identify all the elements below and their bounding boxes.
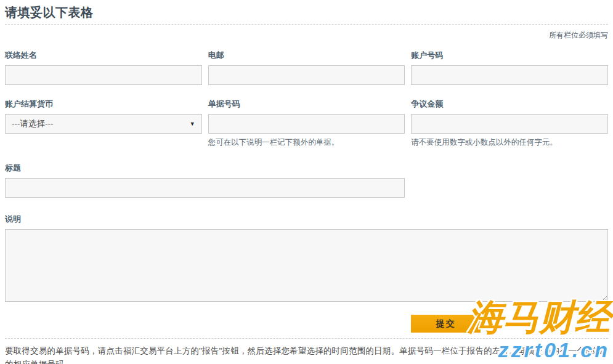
field-description: 说明 — [5, 214, 608, 304]
submit-row: 提交 — [5, 315, 608, 333]
required-note: 所有栏位必须填写 — [5, 30, 608, 41]
field-subject: 标题 — [5, 163, 405, 198]
ticket-number-label: 单据号码 — [208, 99, 405, 110]
field-email: 电邮 — [208, 50, 405, 85]
page-title: 请填妥以下表格 — [5, 0, 608, 21]
chevron-down-icon: ▼ — [190, 121, 195, 127]
submit-button[interactable]: 提交 — [411, 315, 481, 333]
dispute-amount-input[interactable] — [411, 114, 608, 134]
form-page: 请填妥以下表格 所有栏位必须填写 联络姓名 电邮 账户号码 账户结算货币 ---… — [0, 0, 613, 364]
field-ticket-number: 单据号码 您可在以下说明一栏记下额外的单据。 — [208, 99, 405, 148]
dispute-amount-helper: 请不要使用数字或小数点以外的任何字元。 — [411, 137, 608, 148]
email-input[interactable] — [208, 65, 405, 85]
account-number-label: 账户号码 — [411, 50, 608, 61]
account-currency-label: 账户结算货币 — [5, 99, 202, 110]
footer-instructions: 要取得交易的单据号码，请点击福汇交易平台上方的"报告"按钮，然后选择您希望选择的… — [5, 344, 608, 364]
subject-input[interactable] — [5, 178, 405, 198]
subject-label: 标题 — [5, 163, 405, 174]
description-label: 说明 — [5, 214, 608, 225]
ticket-number-input[interactable] — [208, 114, 405, 134]
field-account-currency: 账户结算货币 ---请选择--- ▼ — [5, 99, 202, 148]
footer-divider — [5, 338, 608, 339]
account-currency-selected-value: ---请选择--- — [12, 118, 53, 129]
dispute-amount-label: 争议金额 — [411, 99, 608, 110]
description-textarea[interactable] — [5, 229, 608, 302]
account-currency-select[interactable]: ---请选择--- ▼ — [5, 114, 202, 134]
field-dispute-amount: 争议金额 请不要使用数字或小数点以外的任何字元。 — [411, 99, 608, 148]
ticket-number-helper: 您可在以下说明一栏记下额外的单据。 — [208, 137, 405, 148]
contact-name-label: 联络姓名 — [5, 50, 202, 61]
contact-name-input[interactable] — [5, 65, 202, 85]
account-number-input[interactable] — [411, 65, 608, 85]
form-row-2: 账户结算货币 ---请选择--- ▼ 单据号码 您可在以下说明一栏记下额外的单据… — [5, 99, 608, 148]
form-row-1: 联络姓名 电邮 账户号码 — [5, 50, 608, 85]
field-contact-name: 联络姓名 — [5, 50, 202, 85]
title-divider — [5, 24, 608, 25]
email-label: 电邮 — [208, 50, 405, 61]
field-account-number: 账户号码 — [411, 50, 608, 85]
form-row-4: 说明 — [5, 214, 608, 304]
form-row-3: 标题 — [5, 163, 608, 198]
